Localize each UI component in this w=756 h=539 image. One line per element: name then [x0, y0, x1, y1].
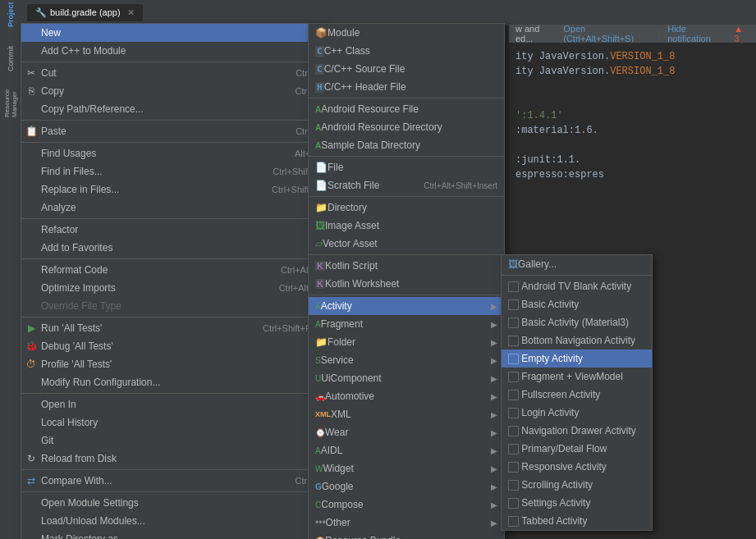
hide-notification-link[interactable]: Hide notification: [667, 24, 727, 43]
menu2-item-ui-component[interactable]: U UiComponent ▶: [309, 369, 504, 387]
menu2-item-service[interactable]: S Service ▶: [309, 351, 504, 369]
sep7: [21, 393, 328, 394]
menu-item-add-cpp[interactable]: Add C++ to Module: [21, 42, 328, 60]
menu2-item-kotlin-worksheet[interactable]: K Kotlin Worksheet: [309, 275, 504, 293]
find-in-files-label: Find in Files...: [41, 166, 103, 177]
load-unload-modules-label: Load/Unload Modules...: [41, 515, 145, 527]
menu2-item-image-asset[interactable]: 🖼 Image Asset: [309, 217, 504, 235]
menu3-item-basic-activity[interactable]: Basic Activity: [502, 295, 652, 313]
menu3-item-bottom-nav[interactable]: Bottom Navigation Activity: [502, 331, 652, 349]
fragment-viewmodel-label: Fragment + ViewModel: [521, 371, 623, 382]
menu2-item-file[interactable]: 📄 File: [309, 158, 504, 176]
menu-item-debug-all-tests[interactable]: 🐞 Debug 'All Tests': [21, 337, 328, 355]
menu-item-find-usages[interactable]: Find Usages Alt+F7: [21, 144, 328, 162]
menu2-item-google[interactable]: G Google ▶: [309, 477, 504, 496]
menu3-item-responsive[interactable]: Responsive Activity: [502, 458, 652, 476]
menu-item-optimize-imports[interactable]: Optimize Imports Ctrl+Alt+O: [21, 279, 328, 297]
sep3: [21, 142, 328, 143]
menu2-item-folder[interactable]: 📁 Folder ▶: [309, 333, 504, 351]
menu3-item-empty-activity[interactable]: Empty Activity: [502, 349, 652, 368]
menu3-item-nav-drawer[interactable]: Navigation Drawer Activity: [502, 422, 652, 440]
menu-item-cut[interactable]: ✂ Cut Ctrl+X: [21, 64, 328, 82]
module-label: Module: [328, 27, 360, 39]
menu2-item-directory[interactable]: 📁 Directory: [309, 199, 504, 217]
menu2-item-android-resource-dir[interactable]: A Android Resource Directory: [309, 118, 504, 136]
menu2-item-xml[interactable]: XML XML ▶: [309, 405, 504, 423]
automotive-label: Automotive: [325, 391, 374, 402]
menu2-item-compose[interactable]: C Compose ▶: [309, 496, 504, 514]
file-icon: 📄: [315, 162, 328, 173]
menu2-item-kotlin-script[interactable]: K Kotlin Script: [309, 257, 504, 275]
menu-item-replace-in-files[interactable]: Replace in Files... Ctrl+Shift+R: [21, 180, 328, 199]
menu3-item-primary-detail[interactable]: Primary/Detail Flow: [502, 440, 652, 458]
paste-icon: 📋: [25, 126, 38, 137]
resource-manager-icon[interactable]: Resource Manager: [2, 95, 19, 112]
project-icon[interactable]: Project: [2, 7, 19, 23]
menu-item-mark-directory-as[interactable]: Mark Directory as ▶: [21, 530, 328, 539]
menu2-item-cpp-class[interactable]: C C++ Class: [309, 42, 504, 60]
open-project-structure-link[interactable]: Open (Ctrl+Alt+Shift+S): [563, 24, 652, 43]
menu2-item-automotive[interactable]: 🚗 Automotive ▶: [309, 387, 504, 405]
menu-item-new[interactable]: New ▶: [21, 24, 328, 42]
ui-component-label: UiComponent: [321, 372, 381, 384]
m2-sep4: [309, 254, 504, 255]
warning-badge: ▲ 3: [734, 24, 749, 43]
run-all-tests-icon: ▶: [25, 322, 38, 334]
menu-item-run-all-tests[interactable]: ▶ Run 'All Tests' Ctrl+Shift+F10: [21, 319, 328, 337]
menu3-item-login[interactable]: Login Activity: [502, 404, 652, 422]
menu2-item-fragment[interactable]: A Fragment ▶: [309, 315, 504, 333]
code-line-3: [515, 79, 749, 94]
resource-bundle-icon: 📦: [315, 537, 325, 540]
menu2-item-cpp-header[interactable]: H C/C++ Header File: [309, 78, 504, 96]
menu2-item-module[interactable]: 📦 Module: [309, 24, 504, 42]
menu-item-load-unload-modules[interactable]: Load/Unload Modules...: [21, 512, 328, 530]
menu-item-compare-with[interactable]: ⇄ Compare With... Ctrl+D: [21, 472, 328, 490]
menu-item-paste[interactable]: 📋 Paste Ctrl+V: [21, 122, 328, 140]
menu-item-copy[interactable]: ⎘ Copy Ctrl+C: [21, 82, 328, 100]
menu-item-copy-path[interactable]: Copy Path/Reference...: [21, 100, 328, 118]
menu2-item-vector-asset[interactable]: ▱ Vector Asset: [309, 235, 504, 253]
menu2-item-scratch-file[interactable]: 📄 Scratch File Ctrl+Alt+Shift+Insert: [309, 176, 504, 194]
menu3-item-scrolling[interactable]: Scrolling Activity: [502, 476, 652, 494]
menu-item-find-in-files[interactable]: Find in Files... Ctrl+Shift+F: [21, 162, 328, 180]
notification-text: w and ed...: [515, 24, 557, 43]
commit-icon[interactable]: Commit: [2, 51, 19, 67]
menu3-item-fragment-viewmodel[interactable]: Fragment + ViewModel: [502, 368, 652, 386]
menu2-item-android-resource-file[interactable]: A Android Resource File: [309, 100, 504, 118]
sep8: [21, 469, 328, 470]
menu-item-open-in[interactable]: Open In ▶: [21, 395, 328, 413]
kotlin-worksheet-icon: K: [315, 279, 325, 289]
menu3-item-gallery[interactable]: 🖼 Gallery...: [502, 255, 652, 273]
menu-item-add-favorites[interactable]: Add to Favorites ▶: [21, 239, 328, 257]
menu-item-reformat-code[interactable]: Reformat Code Ctrl+Alt+L: [21, 261, 328, 279]
menu2-item-wear[interactable]: ⌚ Wear ▶: [309, 423, 504, 441]
activity-label: Activity: [321, 300, 352, 312]
menu2-item-resource-bundle[interactable]: 📦 Resource Bundle: [309, 532, 504, 539]
nav-drawer-icon: [508, 426, 519, 436]
menu2-item-other[interactable]: ••• Other ▶: [309, 514, 504, 532]
menu2-item-cpp-source[interactable]: C C/C++ Source File: [309, 60, 504, 78]
menu-item-reload-disk[interactable]: ↻ Reload from Disk: [21, 450, 328, 468]
menu-item-analyze[interactable]: Analyze ▶: [21, 199, 328, 217]
menu2-item-aidl[interactable]: A AIDL ▶: [309, 441, 504, 459]
git-label: Git: [41, 435, 53, 446]
menu-item-git[interactable]: Git ▶: [21, 432, 328, 450]
menu-item-refactor[interactable]: Refactor ▶: [21, 221, 328, 239]
menu3-item-basic-activity-m3[interactable]: Basic Activity (Material3): [502, 313, 652, 331]
menu3-item-settings[interactable]: Settings Activity: [502, 494, 652, 512]
menu2-item-widget[interactable]: W Widget ▶: [309, 459, 504, 477]
menu3-item-tabbed[interactable]: Tabbed Activity: [502, 512, 652, 530]
menu-item-modify-run-config[interactable]: Modify Run Configuration...: [21, 373, 328, 391]
menu-item-profile-all-tests[interactable]: ⏱ Profile 'All Tests': [21, 355, 328, 373]
menu-item-local-history[interactable]: Local History ▶: [21, 413, 328, 432]
aidl-icon: A: [315, 446, 321, 455]
menu2-item-sample-data-dir[interactable]: A Sample Data Directory: [309, 136, 504, 154]
login-icon: [508, 408, 519, 418]
menu2-item-activity[interactable]: A Activity ▶: [309, 297, 504, 315]
menu3-item-fullscreen[interactable]: Fullscreen Activity: [502, 386, 652, 404]
cpp-class-label: C++ Class: [324, 45, 370, 57]
menu-item-open-module-settings[interactable]: Open Module Settings F4: [21, 494, 328, 512]
close-tab-icon[interactable]: ✕: [127, 7, 135, 18]
gradle-tab[interactable]: 🔧 build.gradle (app) ✕: [27, 4, 143, 21]
menu3-item-android-tv-blank[interactable]: Android TV Blank Activity: [502, 277, 652, 295]
